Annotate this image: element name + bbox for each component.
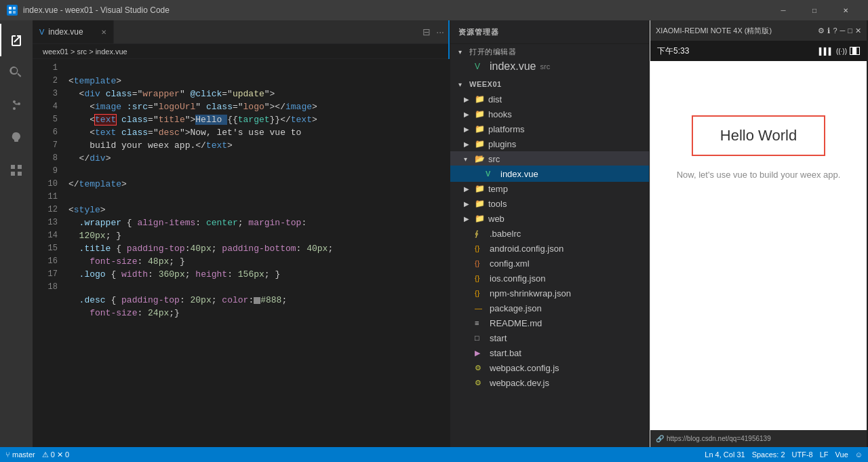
open-editors-section[interactable]: ▾ 打开的编辑器 [450,44,649,59]
folder-arrow-icon: ▶ [464,96,475,103]
tab-bar: V index.vue ✕ ⊟ ··· [33,20,450,44]
explorer-title: 资源管理器 [450,20,649,44]
file-name: config.xml [490,258,530,269]
code-content[interactable]: <template> <div class="wrapper" @click="… [63,59,419,447]
project-arrow-icon: ▾ [458,81,469,88]
device-status-icons: ▌▌▌ ((·)) ▉ [819,47,860,55]
minimize-preview-icon[interactable]: ─ [840,26,846,35]
vue-file-icon: V [486,170,498,178]
open-file-item[interactable]: V index.vue src [450,59,649,74]
folder-arrow-icon: ▶ [464,111,475,118]
indentation-status[interactable]: Spaces: 2 [752,450,785,459]
folder-name: platforms [488,124,524,134]
folder-arrow-icon: ▶ [464,185,475,193]
file-config-xml[interactable]: ▶ {} config.xml [450,256,649,271]
folder-arrow-icon: ▶ [464,140,475,148]
file-ios-config[interactable]: ▶ {} ios.config.json [450,271,649,286]
help-icon[interactable]: ? [833,26,837,35]
project-name: WEEX01 [469,80,502,88]
explorer-icon[interactable] [0,24,33,56]
title-bar: index.vue - weex01 - Visual Studio Code … [0,0,868,20]
tab-label: index.vue [48,27,83,37]
settings-icon[interactable]: ⚙ [818,26,825,35]
line-ending-status[interactable]: LF [820,450,829,459]
main-area: V index.vue ✕ ⊟ ··· weex01 > src > index… [0,20,868,447]
wifi-icon: ((·)) [836,47,847,55]
status-bar-right: Ln 4, Col 31 Spaces: 2 UTF-8 LF Vue ☺ [705,450,863,459]
folder-open-icon: 📂 [475,154,487,163]
svg-rect-3 [13,11,16,14]
split-editor-icon[interactable]: ⊟ [422,26,431,37]
svg-rect-7 [11,165,15,169]
error-warning-status[interactable]: ⚠ 0 ✕ 0 [42,450,69,459]
maximize-button[interactable]: □ [799,0,830,20]
search-icon[interactable] [0,56,33,89]
folder-temp[interactable]: ▶ 📁 temp [450,181,649,196]
folder-name: plugins [488,139,516,149]
language-mode-status[interactable]: Vue [835,450,848,459]
info-icon[interactable]: ℹ [827,26,830,35]
open-file-path: src [540,62,551,71]
folder-tools[interactable]: ▶ 📁 tools [450,196,649,211]
json-icon: — [475,304,487,312]
breadcrumb: weex01 > src > index.vue [33,44,450,59]
minimize-button[interactable]: ─ [768,0,799,20]
file-readme[interactable]: ▶ ≡ README.md [450,315,649,330]
device-name: XIAOMI-REDMI NOTE 4X (精简版) [656,26,772,36]
folder-src[interactable]: ▾ 📂 src [450,151,649,166]
folder-name: hooks [488,109,512,119]
file-package-json[interactable]: ▶ — package.json [450,301,649,315]
folder-icon: 📁 [475,94,487,104]
folder-platforms[interactable]: ▶ 📁 platforms [450,121,649,136]
line-numbers: 12345 678910 1112131415 161718 [33,59,63,447]
maximize-preview-icon[interactable]: □ [848,26,852,35]
git-branch-status[interactable]: ⑂ master [5,450,35,459]
file-icon: □ [475,334,487,342]
folder-dist[interactable]: ▶ 📁 dist [450,92,649,107]
title-bar-left: index.vue - weex01 - Visual Studio Code [7,5,170,16]
tab-index-vue[interactable]: V index.vue ✕ [33,20,114,43]
folder-web[interactable]: ▶ 📁 web [450,211,649,226]
preview-toolbar: ⚙ ℹ ? ─ □ ✕ [818,26,861,35]
url-bar: 🔗 https://blog.csdn.net/qq=41956139 [650,430,867,447]
encoding-status[interactable]: UTF-8 [792,450,813,459]
close-preview-icon[interactable]: ✕ [855,26,861,35]
file-android-config[interactable]: ▶ {} android.config.json [450,241,649,256]
git-icon[interactable] [0,89,33,121]
folder-icon: 📁 [475,199,487,208]
window-controls: ─ □ ✕ [768,0,861,20]
project-section[interactable]: ▾ WEEX01 [450,77,649,92]
file-babelrc[interactable]: ▶ ∮ .babelrc [450,226,649,241]
folder-plugins[interactable]: ▶ 📁 plugins [450,136,649,151]
breadcrumb-path: weex01 > src > index.vue [43,47,127,56]
device-time: 下午5:33 [657,45,689,57]
folder-arrow-icon: ▶ [464,126,475,133]
minimap [419,59,450,447]
file-index-vue[interactable]: V index.vue [450,166,649,181]
feedback-icon[interactable]: ☺ [855,450,863,459]
file-webpack-config[interactable]: ▶ ⚙ webpack.config.js [450,360,649,375]
file-start[interactable]: ▶ □ start [450,330,649,345]
svg-rect-0 [9,7,12,9]
tab-close-button[interactable]: ✕ [101,28,106,36]
more-actions-icon[interactable]: ··· [436,26,444,37]
file-npm-shrinkwrap[interactable]: ▶ {} npm-shrinkwrap.json [450,286,649,301]
file-name: webpack.dev.js [490,378,549,388]
code-editor[interactable]: 12345 678910 1112131415 161718 <template… [33,59,450,447]
file-name: npm-shrinkwrap.json [490,288,571,299]
extensions-icon[interactable] [0,154,33,187]
activity-bar [0,20,33,447]
file-name: start.bat [490,348,521,358]
debug-icon[interactable] [0,121,33,154]
folder-hooks[interactable]: ▶ 📁 hooks [450,107,649,121]
json-icon: {} [475,274,487,282]
folder-icon: 📁 [475,214,487,223]
file-explorer: 资源管理器 ▾ 打开的编辑器 V index.vue src ▾ WEEX01 … [450,20,650,447]
cursor-position-status[interactable]: Ln 4, Col 31 [705,450,745,459]
folder-icon: 📁 [475,139,487,149]
close-button[interactable]: ✕ [830,0,861,20]
file-start-bat[interactable]: ▶ ▶ start.bat [450,345,649,360]
preview-panel: XIAOMI-REDMI NOTE 4X (精简版) ⚙ ℹ ? ─ □ ✕ 下… [650,20,867,447]
file-webpack-dev[interactable]: ▶ ⚙ webpack.dev.js [450,375,649,390]
vue-file-icon: V [39,28,44,36]
